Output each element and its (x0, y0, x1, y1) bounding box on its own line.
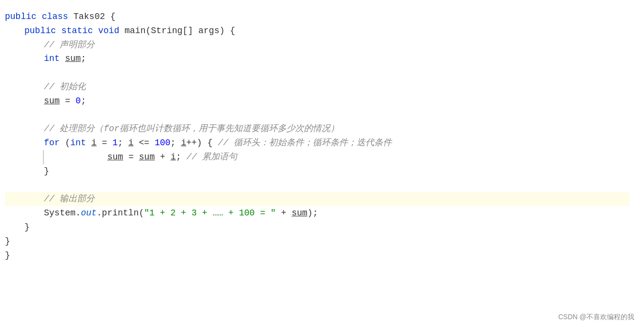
var-sum-1: sum (44, 94, 60, 108)
keyword-int: int (44, 52, 60, 66)
number-1: 1 (112, 136, 118, 150)
watermark: CSDN @不喜欢编程的我 (558, 311, 634, 322)
number-0: 0 (76, 94, 81, 108)
comment-init: // 初始化 (44, 80, 86, 94)
code-line-16: } (5, 220, 629, 234)
code-editor: public class Taks02 { public static void… (0, 0, 644, 327)
keyword-class: class (42, 10, 68, 24)
code-line-4: int sum; (5, 52, 629, 66)
code-line-empty2 (5, 108, 629, 122)
number-100: 100 (155, 136, 170, 150)
code-line-empty3 (5, 178, 629, 192)
code-line-18: } (5, 249, 629, 263)
keyword-void: void (98, 24, 119, 38)
code-line-9: // 处理部分（for循环也叫计数循环，用于事先知道要循环多少次的情况） (5, 122, 629, 136)
code-line-6: // 初始化 (5, 80, 629, 94)
keyword-static: static (61, 24, 93, 38)
code-line-1: public class Taks02 { (5, 10, 629, 24)
var-sum-4: sum (292, 206, 307, 220)
keyword-public2: public (24, 24, 56, 38)
code-line-17: } (5, 234, 629, 249)
var-sum-declare: sum (65, 52, 80, 66)
keyword-int2: int (70, 136, 86, 150)
code-line-15: System.out.println("1 + 2 + 3 + …… + 100… (5, 206, 629, 220)
code-line-7: sum = 0; (5, 94, 629, 108)
code-line-12: } (5, 164, 629, 178)
out-method: out (81, 206, 97, 220)
code-line-14: 💡 // 输出部分 (5, 192, 629, 206)
keyword-for: for (44, 136, 60, 150)
system-class: System. (44, 206, 81, 220)
code-line-11: sum = sum + i; // 累加语句 (43, 150, 629, 164)
var-i-4: i (171, 150, 176, 164)
comment-declare: // 声明部分 (44, 38, 95, 52)
var-i-2: i (128, 136, 134, 150)
var-sum-2: sum (107, 150, 123, 164)
class-name: Taks02 (73, 10, 105, 24)
lightbulb-icon: 💡 (0, 192, 2, 206)
code-line-2: public static void main(String[] args) { (5, 24, 629, 38)
comment-for-head: // 循环头：初始条件；循环条件；迭代条件 (218, 136, 392, 150)
var-i-1: i (91, 136, 97, 150)
var-i-3: i (181, 136, 186, 150)
var-sum-3: sum (139, 150, 155, 164)
string-literal: "1 + 2 + 3 + …… + 100 = " (144, 206, 276, 220)
comment-accumulate: // 累加语句 (186, 150, 237, 164)
code-line-empty1 (5, 66, 629, 80)
comment-process: // 处理部分（for循环也叫计数循环，用于事先知道要循环多少次的情况） (44, 122, 339, 136)
code-line-3: // 声明部分 (5, 38, 629, 52)
keyword-public: public (5, 10, 37, 24)
code-line-10: for (int i = 1; i <= 100; i++) { // 循环头：… (5, 136, 629, 150)
comment-output: // 输出部分 (44, 192, 95, 206)
